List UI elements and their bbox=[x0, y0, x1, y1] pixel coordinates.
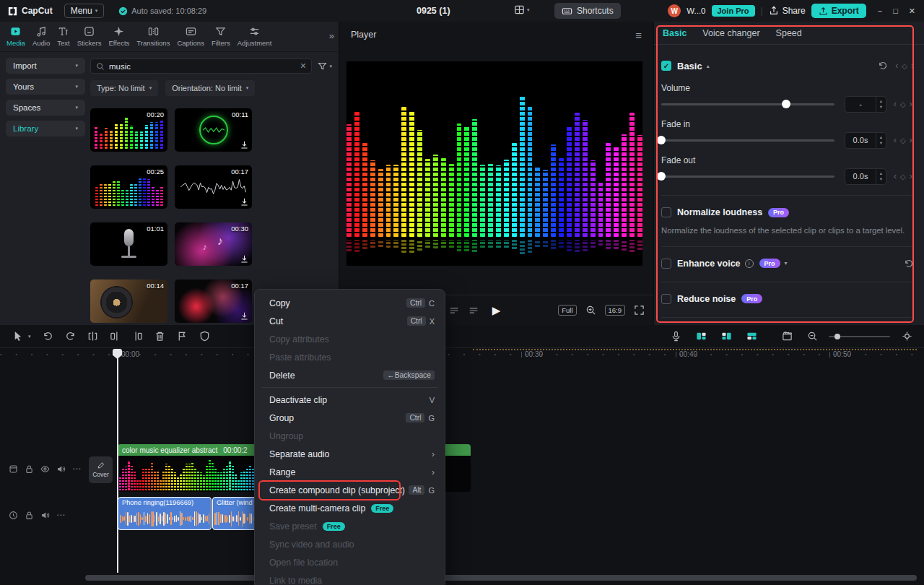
menu-item-delete[interactable]: Delete←Backspace bbox=[255, 366, 445, 384]
media-item[interactable]: 01:01 bbox=[90, 222, 167, 266]
avatar[interactable]: W bbox=[668, 4, 681, 17]
keyframe-add-icon[interactable]: ◇ bbox=[902, 62, 907, 70]
shortcuts-button[interactable]: Shortcuts bbox=[554, 3, 621, 19]
horizontal-scrollbar[interactable] bbox=[85, 575, 917, 581]
tab-basic[interactable]: Basic bbox=[663, 28, 687, 38]
media-item[interactable]: 00:14 bbox=[90, 280, 167, 323]
media-item[interactable]: 00:17 bbox=[175, 280, 252, 323]
keyframe-next-icon[interactable]: › bbox=[910, 99, 912, 109]
scenes-button[interactable] bbox=[778, 328, 796, 345]
zoom-preview-icon[interactable] bbox=[585, 305, 596, 316]
info-icon[interactable]: i bbox=[745, 259, 754, 268]
download-icon[interactable] bbox=[240, 197, 249, 207]
slider-knob[interactable] bbox=[657, 136, 666, 144]
keyframe-next-icon[interactable]: › bbox=[911, 61, 914, 71]
playhead[interactable] bbox=[117, 349, 118, 573]
media-item[interactable]: 00:20 bbox=[90, 108, 167, 152]
download-icon[interactable] bbox=[240, 254, 249, 264]
option-checkbox[interactable] bbox=[661, 294, 671, 304]
search-input[interactable]: music ✕ bbox=[90, 58, 312, 74]
preview-video[interactable] bbox=[346, 61, 642, 266]
keyframe-add-icon[interactable]: ◇ bbox=[900, 173, 906, 181]
menu-item-deactivate-clip[interactable]: Deactivate clipV bbox=[255, 391, 445, 409]
slider-track[interactable] bbox=[661, 176, 834, 178]
slider-value-box[interactable]: 0.0s▴▾ bbox=[845, 168, 886, 185]
delete-button[interactable] bbox=[152, 328, 169, 345]
media-item[interactable]: ♪♪00:30 bbox=[175, 222, 252, 266]
keyframe-prev-icon[interactable]: ‹ bbox=[894, 135, 897, 145]
layout-switch-button[interactable]: ▾ bbox=[514, 4, 530, 15]
zoom-slider-knob[interactable] bbox=[834, 334, 840, 339]
download-icon[interactable] bbox=[240, 140, 249, 150]
timeline-ruler[interactable]: 00:0000:3000:4000:50 bbox=[0, 348, 924, 361]
zoom-fit-button[interactable] bbox=[898, 328, 915, 345]
basic-section-checkbox[interactable]: ✓ bbox=[661, 61, 671, 71]
menu-item-create-compound-clip-subproject[interactable]: Create compound clip (subproject)AltG bbox=[255, 481, 445, 499]
smart-tool-button-1[interactable] bbox=[692, 328, 710, 345]
value-stepper[interactable]: ▴▾ bbox=[876, 97, 886, 112]
split-button[interactable] bbox=[84, 328, 102, 345]
delete-left-button[interactable] bbox=[107, 328, 124, 345]
join-pro-button[interactable]: Join Pro bbox=[712, 5, 755, 17]
tab-filters[interactable]: Filters bbox=[208, 26, 234, 47]
menu-item-group[interactable]: GroupCtrlG bbox=[255, 409, 445, 427]
keyframe-prev-icon[interactable]: ‹ bbox=[894, 171, 897, 181]
download-icon[interactable] bbox=[240, 311, 249, 321]
share-button[interactable]: Share bbox=[769, 6, 806, 16]
keyframe-next-icon[interactable]: › bbox=[910, 171, 912, 181]
type-filter-dropdown[interactable]: Type: No limit▾ bbox=[90, 80, 158, 96]
tab-transitions[interactable]: Transitions bbox=[133, 26, 173, 47]
keyframe-add-icon[interactable]: ◇ bbox=[900, 136, 906, 144]
slider-value-box[interactable]: -▴▾ bbox=[845, 96, 886, 113]
play-button[interactable]: ▶ bbox=[492, 304, 501, 317]
slider-value-box[interactable]: 0.0s▴▾ bbox=[845, 132, 886, 149]
option-checkbox[interactable] bbox=[661, 259, 671, 269]
delete-right-button[interactable] bbox=[129, 328, 147, 345]
value-stepper[interactable]: ▴▾ bbox=[876, 169, 886, 184]
speaker-icon[interactable] bbox=[56, 464, 66, 474]
tab-speed[interactable]: Speed bbox=[776, 28, 802, 38]
keyframe-prev-icon[interactable]: ‹ bbox=[895, 61, 898, 71]
reset-icon[interactable] bbox=[904, 259, 914, 269]
undo-button[interactable] bbox=[40, 328, 57, 345]
mark-button[interactable] bbox=[174, 328, 191, 345]
category-spaces[interactable]: Spaces▾ bbox=[6, 100, 85, 116]
record-voiceover-button[interactable] bbox=[667, 328, 684, 345]
zoom-out-button[interactable] bbox=[803, 328, 821, 345]
redo-button[interactable] bbox=[62, 328, 79, 345]
value-stepper[interactable]: ▴▾ bbox=[876, 133, 886, 148]
close-button[interactable]: ✕ bbox=[909, 6, 915, 16]
tab-voice-changer[interactable]: Voice changer bbox=[702, 28, 759, 38]
menu-item-separate-audio[interactable]: Separate audio› bbox=[255, 445, 445, 463]
category-import[interactable]: Import▾ bbox=[6, 58, 85, 74]
select-tool-button[interactable]: ▾ bbox=[9, 328, 31, 345]
timeline-zoom-slider[interactable] bbox=[829, 336, 890, 337]
speaker-icon[interactable] bbox=[40, 511, 50, 520]
eye-icon[interactable] bbox=[40, 464, 50, 474]
category-yours[interactable]: Yours▾ bbox=[6, 79, 85, 95]
player-menu-icon[interactable]: ≡ bbox=[635, 29, 642, 41]
more-options-icon[interactable]: ⋯ bbox=[72, 464, 82, 474]
more-tabs-icon[interactable]: » bbox=[327, 30, 336, 41]
menu-item-range[interactable]: Range› bbox=[255, 463, 445, 481]
more-options-icon[interactable]: ⋯ bbox=[56, 510, 66, 520]
tab-audio[interactable]: Audio bbox=[29, 26, 53, 47]
tab-effects[interactable]: Effects bbox=[105, 26, 133, 47]
lock-icon[interactable] bbox=[25, 464, 34, 474]
option-checkbox[interactable] bbox=[661, 207, 671, 217]
fullscreen-icon[interactable] bbox=[634, 305, 645, 316]
menu-item-cut[interactable]: CutCtrlX bbox=[255, 312, 445, 330]
chevron-down-icon[interactable]: ▾ bbox=[785, 260, 788, 266]
slider-track[interactable] bbox=[661, 139, 834, 142]
edit-cover-button[interactable]: Cover bbox=[89, 456, 113, 483]
reset-icon[interactable] bbox=[878, 61, 888, 71]
clear-search-icon[interactable]: ✕ bbox=[300, 61, 306, 71]
menu-item-create-multi-camera-clip[interactable]: Create multi-camera clipFree bbox=[255, 499, 445, 517]
slider-knob[interactable] bbox=[657, 172, 666, 181]
smart-tool-button-3[interactable] bbox=[743, 328, 760, 345]
media-item[interactable]: 00:11 bbox=[175, 108, 252, 152]
smart-tool-button-2[interactable] bbox=[718, 328, 735, 345]
lock-icon[interactable] bbox=[25, 511, 34, 520]
maximize-button[interactable]: □ bbox=[893, 6, 898, 16]
collapse-icon[interactable]: ▴ bbox=[707, 63, 710, 69]
